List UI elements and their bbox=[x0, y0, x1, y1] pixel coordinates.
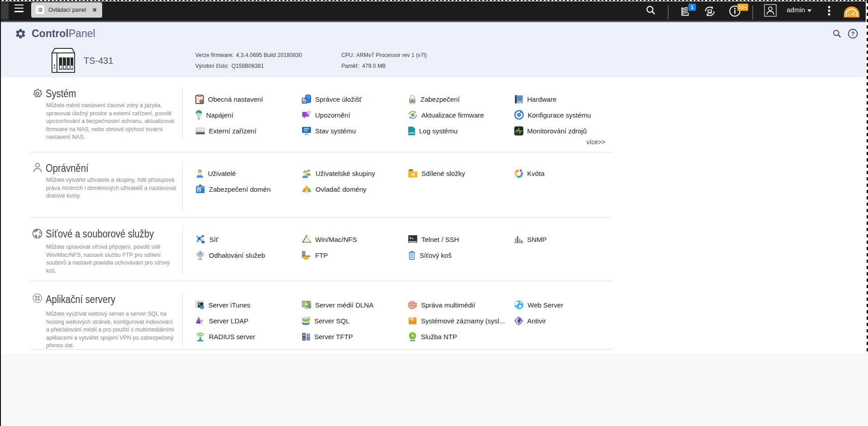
svg-text:LOG: LOG bbox=[410, 317, 414, 320]
svg-text:?: ? bbox=[851, 30, 855, 37]
svg-text:LOG: LOG bbox=[409, 132, 414, 134]
svg-text:♪: ♪ bbox=[201, 305, 203, 308]
